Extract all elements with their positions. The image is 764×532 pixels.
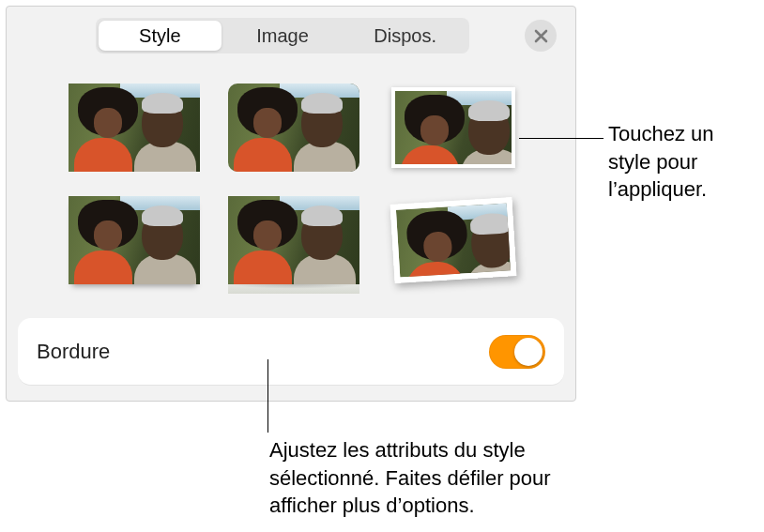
- style-grid: [65, 80, 523, 288]
- tab-image-label: Image: [256, 25, 309, 47]
- tab-style-label: Style: [139, 25, 180, 47]
- format-panel: Style Image Dispos.: [6, 6, 576, 402]
- photo-preview: [228, 84, 359, 172]
- style-thumbnail-polaroid-tilt[interactable]: [384, 192, 523, 288]
- tab-bar: Style Image Dispos.: [96, 18, 469, 53]
- callout-apply-style: Touchez un style pour l’appliquer.: [608, 120, 754, 204]
- tab-style[interactable]: Style: [99, 21, 222, 51]
- border-row: Bordure: [18, 318, 564, 386]
- style-thumbnail-drop-shadow[interactable]: [65, 192, 204, 288]
- photo-preview: [69, 196, 200, 284]
- style-thumbnail-rounded[interactable]: [224, 80, 363, 175]
- tab-dispos[interactable]: Dispos.: [344, 21, 466, 51]
- photo-preview: [69, 84, 200, 172]
- photo-preview: [390, 197, 517, 283]
- photo-preview: [391, 87, 515, 168]
- callout-leader-line: [267, 359, 268, 433]
- tab-dispos-label: Dispos.: [374, 25, 436, 47]
- border-toggle[interactable]: [489, 335, 545, 369]
- photo-preview: [228, 196, 359, 284]
- callout-leader-line: [519, 138, 604, 139]
- close-button[interactable]: [525, 20, 557, 52]
- style-thumbnail-white-border[interactable]: [384, 80, 523, 175]
- close-icon: [534, 29, 548, 43]
- style-thumbnail-plain[interactable]: [65, 80, 204, 175]
- toggle-knob: [514, 338, 542, 366]
- style-thumbnail-reflection[interactable]: [224, 192, 363, 288]
- tab-image[interactable]: Image: [222, 21, 344, 51]
- border-label: Bordure: [37, 340, 110, 364]
- callout-adjust-attributes: Ajustez les attributs du style sélection…: [269, 436, 607, 520]
